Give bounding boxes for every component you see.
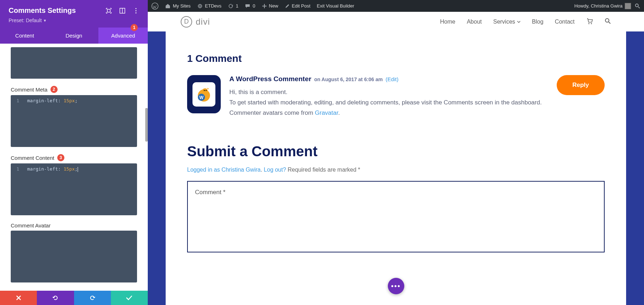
submit-section: Submit a Comment Logged in as Christina … (187, 143, 605, 254)
nav-search-icon[interactable] (605, 18, 611, 26)
settings-sidebar: Comments Settings Preset: Default ▼ (0, 0, 148, 305)
site-link[interactable]: ETDevs (197, 3, 221, 9)
site-logo[interactable]: D divi (181, 16, 210, 28)
comments-title: 1 Comment (187, 53, 605, 64)
svg-point-10 (591, 23, 592, 24)
svg-point-5 (136, 12, 137, 13)
preset-dropdown[interactable]: Preset: Default ▼ (9, 18, 139, 23)
sidebar-footer (0, 291, 148, 305)
layout-icon[interactable] (119, 8, 126, 14)
divi-logo-icon: D (181, 16, 192, 28)
tab-advanced[interactable]: Advanced 1 (98, 28, 148, 44)
svg-point-11 (605, 19, 609, 22)
cancel-button[interactable] (0, 291, 37, 305)
comment-edit-link[interactable]: (Edit) (386, 76, 399, 82)
code-editor-content[interactable]: 1 margin-left: 15px; (11, 163, 137, 215)
logout-link[interactable]: Log out? (264, 167, 286, 173)
undo-button[interactable] (37, 291, 74, 305)
code-editor-avatar[interactable] (11, 231, 137, 282)
comment-textarea[interactable] (187, 181, 605, 252)
nav-about[interactable]: About (467, 19, 482, 25)
svg-point-16 (204, 90, 205, 91)
cart-icon[interactable] (586, 18, 593, 26)
comment-author: A WordPress Commenter (229, 75, 311, 83)
new-link[interactable]: New (262, 3, 278, 9)
main-nav: Home About Services Blog Contact (440, 18, 611, 26)
gravatar-link[interactable]: Gravatar (315, 109, 338, 116)
main-area: My Sites ETDevs 1 0 New (148, 0, 644, 305)
svg-point-9 (589, 23, 590, 24)
user-avatar-icon (625, 3, 631, 9)
wp-adminbar: My Sites ETDevs 1 0 New (148, 0, 644, 12)
nav-contact[interactable]: Contact (555, 19, 575, 25)
comment-text: Hi, this is a comment. To get started wi… (229, 87, 605, 118)
tab-design[interactable]: Design (49, 28, 99, 44)
comment-date: on August 6, 2017 at 6:06 am (314, 77, 383, 82)
nav-blog[interactable]: Blog (532, 19, 543, 25)
expand-icon[interactable] (106, 8, 112, 14)
save-button[interactable] (111, 291, 148, 305)
redo-button[interactable] (74, 291, 111, 305)
sidebar-body: Comment Meta 2 1 margin-left: 15px; Comm… (0, 44, 148, 291)
badge-2: 2 (50, 86, 58, 93)
svg-point-3 (136, 8, 137, 9)
section-comment-content: Comment Content 3 (11, 154, 137, 161)
chevron-down-icon: ▼ (43, 19, 47, 23)
tab-advanced-badge: 1 (131, 24, 138, 31)
svg-text:W: W (199, 95, 204, 100)
sidebar-title: Comments Settings (9, 6, 76, 15)
code-editor-meta[interactable]: 1 margin-left: 15px; (11, 95, 137, 147)
code-editor-top[interactable] (11, 47, 137, 79)
svg-point-15 (202, 88, 208, 94)
howdy-link[interactable]: Howdy, Christina Gwira (574, 3, 631, 9)
scrollbar-thumb[interactable] (145, 108, 148, 142)
content-card: 1 Comment W (166, 31, 626, 305)
nav-home[interactable]: Home (440, 19, 455, 25)
more-icon[interactable] (133, 8, 139, 14)
comment-item: W A WordPress Commenter on August 6, 201… (187, 75, 605, 118)
site-header: D divi Home About Services Blog Contact (148, 12, 644, 31)
comments-link[interactable]: 0 (245, 3, 255, 9)
logged-in-link[interactable]: Logged in as Christina Gwira (187, 167, 260, 173)
updates-link[interactable]: 1 (228, 3, 238, 9)
svg-point-4 (136, 10, 137, 11)
search-icon[interactable] (635, 3, 640, 9)
tab-content[interactable]: Content (0, 28, 49, 44)
reply-button[interactable]: Reply (557, 75, 605, 95)
badge-3: 3 (57, 154, 64, 161)
divi-fab-button[interactable]: ••• (388, 278, 404, 294)
nav-services[interactable]: Services (493, 19, 520, 25)
comment-avatar: W (187, 75, 221, 113)
chevron-down-icon (517, 21, 521, 23)
wp-logo-icon[interactable] (151, 3, 158, 10)
section-comment-avatar: Comment Avatar (11, 222, 137, 228)
svg-point-6 (152, 3, 158, 9)
exit-vb-link[interactable]: Exit Visual Builder (317, 3, 355, 9)
sidebar-header: Comments Settings Preset: Default ▼ (0, 0, 148, 28)
preset-label: Preset: Default (9, 18, 42, 23)
edit-post-link[interactable]: Edit Post (285, 3, 311, 9)
svg-point-8 (635, 4, 638, 7)
svg-rect-0 (107, 9, 110, 12)
svg-point-17 (206, 90, 207, 91)
section-comment-meta: Comment Meta 2 (11, 86, 137, 93)
submit-title: Submit a Comment (187, 143, 605, 159)
submit-info: Logged in as Christina Gwira. Log out? R… (187, 167, 605, 173)
my-sites-link[interactable]: My Sites (165, 3, 191, 9)
wapuu-icon: W (192, 82, 215, 107)
dots-icon: ••• (391, 282, 401, 290)
settings-tabs: Content Design Advanced 1 (0, 28, 148, 44)
